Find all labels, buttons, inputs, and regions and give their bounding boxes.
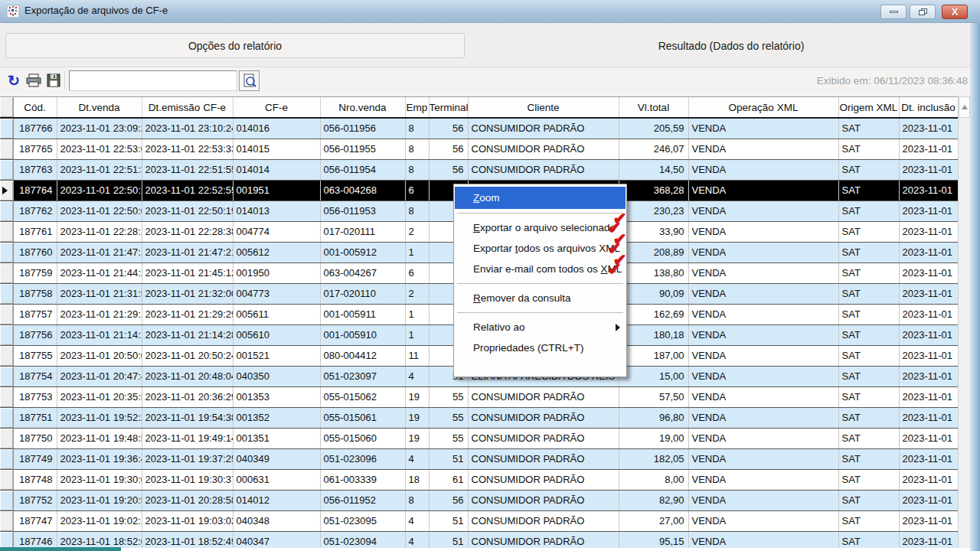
- table-cell[interactable]: 187755: [13, 345, 57, 366]
- table-cell[interactable]: VENDA: [688, 407, 838, 428]
- table-cell[interactable]: VENDA: [688, 345, 838, 366]
- table-cell[interactable]: 90,09: [619, 283, 688, 304]
- table-cell[interactable]: 001352: [233, 407, 320, 428]
- tab-report-options[interactable]: Opções do relatório: [5, 33, 465, 58]
- table-cell[interactable]: 187759: [13, 262, 57, 283]
- table-row[interactable]: 1877482023-11-01 19:30:082023-11-01 19:3…: [0, 469, 958, 490]
- table-cell[interactable]: VENDA: [688, 242, 838, 262]
- column-header-1[interactable]: Cód.: [13, 97, 57, 118]
- table-cell[interactable]: 95,15: [619, 531, 688, 548]
- table-cell[interactable]: 2023-11-01: [899, 490, 958, 510]
- table-cell[interactable]: 017-020110: [320, 283, 405, 304]
- table-cell[interactable]: 2023-11-01 21:29:29: [142, 304, 233, 324]
- table-cell[interactable]: 187760: [13, 242, 57, 262]
- table-cell[interactable]: 2023-11-01 19:30:37: [142, 469, 233, 490]
- table-cell[interactable]: 2023-11-01 22:28:18: [57, 221, 142, 242]
- table-cell[interactable]: 061-003339: [320, 469, 405, 490]
- row-gutter[interactable]: [0, 324, 13, 345]
- table-cell[interactable]: 014012: [233, 490, 320, 510]
- table-cell[interactable]: VENDA: [688, 510, 838, 531]
- table-cell[interactable]: VENDA: [688, 366, 838, 386]
- table-cell[interactable]: 182,05: [619, 448, 688, 469]
- table-cell[interactable]: 2: [405, 221, 429, 242]
- table-cell[interactable]: 2023-11-01 19:37:25: [142, 448, 233, 469]
- table-cell[interactable]: 040350: [233, 366, 320, 386]
- table-cell[interactable]: 051-023094: [320, 531, 405, 548]
- table-cell[interactable]: 2023-11-01 21:14:17: [57, 324, 142, 345]
- table-cell[interactable]: 2023-11-01 22:51:36: [57, 159, 142, 180]
- table-cell[interactable]: 15,00: [619, 366, 688, 386]
- row-gutter[interactable]: [0, 201, 13, 221]
- table-cell[interactable]: 2023-11-01 22:51:55: [142, 159, 233, 180]
- table-cell[interactable]: VENDA: [688, 469, 838, 490]
- table-cell[interactable]: CONSUMIDOR PADRÃO: [468, 428, 619, 448]
- table-row[interactable]: 1877512023-11-01 19:52:212023-11-01 19:5…: [0, 407, 958, 428]
- table-cell[interactable]: 246,07: [619, 139, 688, 159]
- table-cell[interactable]: SAT: [838, 448, 899, 469]
- table-cell[interactable]: SAT: [838, 428, 899, 448]
- row-gutter[interactable]: [0, 159, 13, 180]
- table-cell[interactable]: 2023-11-01: [899, 139, 958, 159]
- table-cell[interactable]: SAT: [838, 242, 899, 262]
- menu-item-relative-to[interactable]: Relativo ao: [454, 317, 626, 337]
- table-cell[interactable]: 2023-11-01: [899, 469, 958, 490]
- table-cell[interactable]: 001521: [233, 345, 320, 366]
- table-cell[interactable]: 040349: [233, 448, 320, 469]
- table-cell[interactable]: 56: [429, 139, 468, 159]
- table-cell[interactable]: 2023-11-01 19:20:52: [57, 490, 142, 510]
- table-cell[interactable]: 2023-11-01: [899, 242, 958, 262]
- table-cell[interactable]: 56: [429, 159, 468, 180]
- table-cell[interactable]: 2023-11-01 21:32:00: [142, 283, 233, 304]
- table-cell[interactable]: 57,50: [619, 386, 688, 407]
- table-cell[interactable]: 187748: [13, 469, 57, 490]
- menu-item-email-all-xml[interactable]: Enviar e-mail com todos os XML ✔✔: [454, 259, 626, 279]
- table-cell[interactable]: CONSUMIDOR PADRÃO: [468, 531, 619, 548]
- column-header-2[interactable]: Dt.venda: [57, 97, 142, 118]
- table-cell[interactable]: 005611: [233, 304, 320, 324]
- row-gutter[interactable]: [0, 345, 13, 366]
- table-cell[interactable]: 2023-11-01 23:09:25: [57, 118, 142, 139]
- table-cell[interactable]: 2023-11-01 22:50:01: [57, 201, 142, 221]
- table-cell[interactable]: 2023-11-01: [899, 510, 958, 531]
- column-header-4[interactable]: CF-e: [233, 97, 320, 118]
- table-cell[interactable]: 8: [405, 201, 429, 221]
- table-cell[interactable]: 055-015060: [320, 428, 405, 448]
- table-cell[interactable]: 2023-11-01 19:36:43: [57, 448, 142, 469]
- table-cell[interactable]: VENDA: [688, 180, 838, 201]
- table-cell[interactable]: 2023-11-01: [899, 221, 958, 242]
- table-cell[interactable]: 2023-11-01: [899, 118, 958, 139]
- table-cell[interactable]: 2023-11-01: [899, 304, 958, 324]
- table-cell[interactable]: 187750: [13, 428, 57, 448]
- table-cell[interactable]: 056-011956: [320, 118, 405, 139]
- table-cell[interactable]: 4: [405, 510, 429, 531]
- table-cell[interactable]: CONSUMIDOR PADRÃO: [468, 407, 619, 428]
- table-cell[interactable]: 187762: [13, 201, 57, 221]
- table-cell[interactable]: SAT: [838, 159, 899, 180]
- table-cell[interactable]: 2023-11-01 21:31:52: [57, 283, 142, 304]
- row-gutter[interactable]: [0, 242, 13, 262]
- column-header-11[interactable]: Origem XML: [838, 97, 899, 118]
- table-cell[interactable]: 014015: [233, 139, 320, 159]
- table-cell[interactable]: VENDA: [688, 428, 838, 448]
- table-cell[interactable]: 187761: [13, 221, 57, 242]
- table-cell[interactable]: 056-011954: [320, 159, 405, 180]
- table-cell[interactable]: 51: [429, 448, 468, 469]
- table-cell[interactable]: 2023-11-01 20:50:24: [142, 345, 233, 366]
- table-cell[interactable]: CONSUMIDOR PADRÃO: [468, 490, 619, 510]
- table-cell[interactable]: 187758: [13, 283, 57, 304]
- table-cell[interactable]: SAT: [838, 324, 899, 345]
- table-cell[interactable]: SAT: [838, 510, 899, 531]
- table-cell[interactable]: 55: [429, 407, 468, 428]
- table-cell[interactable]: CONSUMIDOR PADRÃO: [468, 469, 619, 490]
- table-cell[interactable]: 2023-11-01 19:54:38: [142, 407, 233, 428]
- table-cell[interactable]: 001-005911: [320, 304, 405, 324]
- table-cell[interactable]: SAT: [838, 139, 899, 159]
- row-gutter[interactable]: [0, 118, 13, 139]
- table-cell[interactable]: 2023-11-01 19:52:21: [57, 407, 142, 428]
- table-cell[interactable]: 187766: [13, 118, 57, 139]
- table-cell[interactable]: 187763: [13, 159, 57, 180]
- table-cell[interactable]: 2023-11-01 22:53:00: [57, 139, 142, 159]
- table-cell[interactable]: SAT: [838, 180, 899, 201]
- table-cell[interactable]: 017-020111: [320, 221, 405, 242]
- table-cell[interactable]: 2023-11-01: [899, 407, 958, 428]
